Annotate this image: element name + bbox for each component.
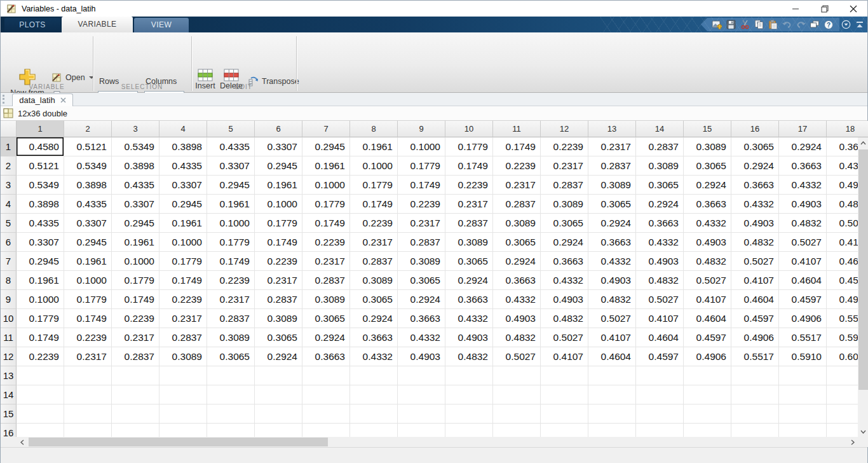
table-cell[interactable]: 0.2924	[731, 156, 779, 176]
table-cell[interactable]: 0.3898	[64, 176, 112, 195]
table-cell[interactable]: 0.4832	[445, 347, 493, 366]
scroll-right-icon[interactable]	[847, 437, 858, 447]
table-cell[interactable]	[445, 404, 493, 424]
vertical-scrollbar[interactable]	[858, 137, 868, 437]
table-cell[interactable]	[779, 385, 827, 404]
table-cell[interactable]: 0.5349	[64, 156, 112, 176]
table-cell[interactable]: 0.1961	[159, 214, 207, 233]
table-cell[interactable]: 0.4604	[684, 309, 731, 328]
table-cell[interactable]: 0.1961	[207, 195, 255, 214]
column-header[interactable]: 2	[64, 121, 112, 137]
table-cell[interactable]: 0.2837	[255, 290, 302, 309]
horizontal-scroll-thumb[interactable]	[29, 438, 328, 446]
table-cell[interactable]: 0.3065	[541, 214, 588, 233]
drag-handle[interactable]	[3, 95, 4, 104]
table-cell[interactable]: 0.4604	[779, 271, 827, 290]
table-cell[interactable]: 0.2837	[398, 233, 445, 252]
table-cell[interactable]: 0.2837	[302, 271, 350, 290]
help-icon[interactable]: ?	[822, 18, 836, 31]
table-cell[interactable]: 0.3089	[493, 214, 541, 233]
table-cell[interactable]: 0.3663	[541, 252, 588, 271]
table-cell[interactable]: 0.4335	[112, 176, 159, 195]
table-cell[interactable]: 0.1779	[255, 214, 302, 233]
table-cell[interactable]: 0.1961	[64, 252, 112, 271]
table-cell[interactable]: 0.2317	[255, 271, 302, 290]
table-cell[interactable]: 0.3307	[159, 176, 207, 195]
column-header[interactable]: 13	[588, 121, 636, 137]
scroll-down-icon[interactable]	[858, 426, 868, 437]
table-cell[interactable]: 0.4903	[541, 290, 588, 309]
table-cell[interactable]: 0.4832	[541, 309, 588, 328]
table-cell[interactable]	[445, 366, 493, 385]
table-cell[interactable]: 0.3663	[493, 271, 541, 290]
table-cell[interactable]: 0.4906	[779, 309, 827, 328]
table-cell[interactable]: 0.4107	[541, 347, 588, 366]
table-cell[interactable]: 0.5121	[64, 137, 112, 156]
table-cell[interactable]	[17, 366, 64, 385]
column-header[interactable]: 9	[398, 121, 445, 137]
column-header[interactable]: 7	[302, 121, 350, 137]
table-cell[interactable]: 0.5517	[779, 328, 827, 347]
table-cell[interactable]: 0.1000	[159, 233, 207, 252]
row-header[interactable]: 3	[1, 176, 17, 195]
row-header[interactable]: 1	[1, 137, 17, 156]
table-cell[interactable]	[302, 385, 350, 404]
table-cell[interactable]: 0.1000	[350, 156, 398, 176]
table-cell[interactable]: 0.5027	[541, 328, 588, 347]
table-cell[interactable]: 0.1000	[398, 137, 445, 156]
table-cell[interactable]: 0.2924	[684, 176, 731, 195]
table-cell[interactable]: 0.4332	[445, 309, 493, 328]
table-cell[interactable]	[588, 424, 636, 437]
table-cell[interactable]	[302, 366, 350, 385]
table-cell[interactable]: 0.2924	[255, 347, 302, 366]
table-cell[interactable]	[159, 404, 207, 424]
table-cell[interactable]: 0.2837	[541, 176, 588, 195]
table-cell[interactable]: 0.1000	[64, 271, 112, 290]
table-cell[interactable]: 0.1779	[207, 233, 255, 252]
table-cell[interactable]: 0.5027	[588, 309, 636, 328]
table-cell[interactable]: 0.4903	[398, 347, 445, 366]
table-cell[interactable]: 0.2837	[445, 214, 493, 233]
table-cell[interactable]	[636, 385, 684, 404]
table-cell[interactable]	[302, 424, 350, 437]
table-cell[interactable]	[493, 366, 541, 385]
table-cell[interactable]	[17, 385, 64, 404]
table-cell[interactable]: 0.4107	[588, 328, 636, 347]
table-cell[interactable]: 0.2239	[493, 156, 541, 176]
table-cell[interactable]	[112, 385, 159, 404]
table-cell[interactable]	[684, 404, 731, 424]
table-cell[interactable]	[255, 424, 302, 437]
table-cell[interactable]	[255, 366, 302, 385]
table-cell[interactable]: 0.4332	[541, 271, 588, 290]
table-cell[interactable]: 0.4597	[731, 309, 779, 328]
table-cell[interactable]: 0.2317	[588, 137, 636, 156]
table-cell[interactable]: 0.3065	[684, 156, 731, 176]
table-cell[interactable]: 0.3307	[255, 137, 302, 156]
table-cell[interactable]	[255, 385, 302, 404]
table-cell[interactable]: 0.2924	[779, 137, 827, 156]
table-cell[interactable]: 0.1749	[112, 290, 159, 309]
table-cell[interactable]	[779, 404, 827, 424]
row-header[interactable]: 8	[1, 271, 17, 290]
table-cell[interactable]	[350, 366, 398, 385]
table-cell[interactable]: 0.3089	[159, 347, 207, 366]
table-cell[interactable]	[398, 385, 445, 404]
table-cell[interactable]	[112, 424, 159, 437]
row-header[interactable]: 6	[1, 233, 17, 252]
table-cell[interactable]: 0.1779	[17, 309, 64, 328]
table-cell[interactable]: 0.1779	[64, 290, 112, 309]
table-cell[interactable]: 0.4332	[779, 176, 827, 195]
table-cell[interactable]: 0.1000	[255, 195, 302, 214]
table-cell[interactable]: 0.2924	[398, 290, 445, 309]
table-cell[interactable]	[636, 404, 684, 424]
table-cell[interactable]: 0.6000	[827, 347, 858, 366]
table-cell[interactable]: 0.4332	[827, 156, 858, 176]
row-header[interactable]: 13	[1, 366, 17, 385]
table-cell[interactable]	[731, 424, 779, 437]
table-cell[interactable]: 0.2945	[207, 176, 255, 195]
table-cell[interactable]	[731, 385, 779, 404]
table-cell[interactable]: 0.3663	[636, 214, 684, 233]
table-cell[interactable]: 0.2317	[159, 309, 207, 328]
column-header[interactable]: 15	[684, 121, 731, 137]
table-cell[interactable]: 0.4597	[827, 271, 858, 290]
